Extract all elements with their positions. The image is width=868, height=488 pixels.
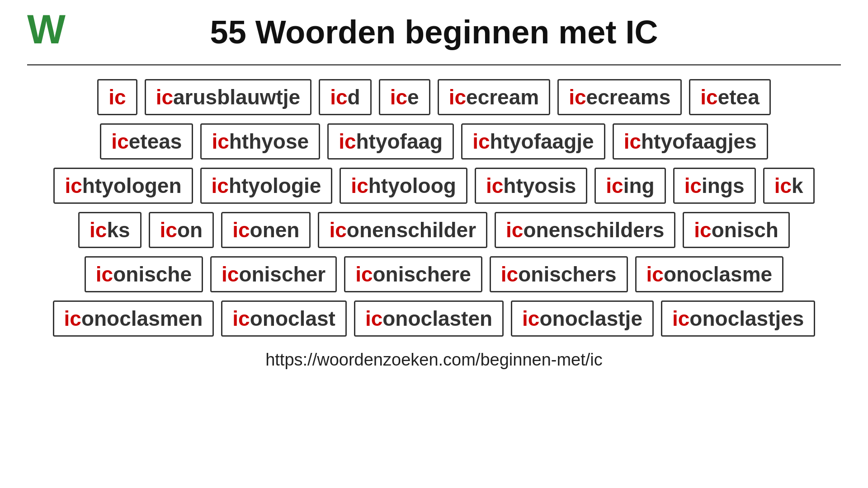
- word-prefix: ic: [449, 85, 466, 109]
- word-box-5-4[interactable]: iconoclastjes: [661, 300, 815, 337]
- word-box-5-2[interactable]: iconoclasten: [354, 300, 504, 337]
- word-prefix: ic: [232, 218, 250, 242]
- word-prefix: ic: [90, 218, 107, 242]
- word-suffix: htyologie: [229, 174, 321, 198]
- word-prefix: ic: [355, 262, 373, 286]
- word-suffix: onenschilders: [523, 218, 664, 242]
- word-prefix: ic: [472, 129, 490, 154]
- word-suffix: htyosis: [503, 174, 576, 198]
- word-row-3: icksiconiconeniconenschildericonenschild…: [78, 212, 790, 248]
- word-box-0-5[interactable]: icecreams: [557, 79, 682, 115]
- word-suffix: onische: [113, 262, 192, 286]
- words-container: icicarusblauwtjeicdiceicecreamicecreamsi…: [27, 79, 841, 337]
- word-box-0-1[interactable]: icarusblauwtje: [145, 79, 312, 115]
- word-box-2-2[interactable]: ichtyoloog: [340, 168, 467, 204]
- word-suffix: etea: [718, 85, 760, 109]
- word-box-5-3[interactable]: iconoclastje: [511, 300, 654, 337]
- word-suffix: htyoloog: [368, 174, 456, 198]
- word-box-3-5[interactable]: iconisch: [683, 212, 790, 248]
- word-row-5: iconoclasmeniconoclasticonoclasteniconoc…: [53, 300, 816, 337]
- word-prefix: ic: [212, 174, 229, 198]
- word-suffix: ks: [107, 218, 130, 242]
- word-prefix: ic: [330, 85, 347, 109]
- word-suffix: htyofaagje: [490, 129, 594, 154]
- word-prefix: ic: [212, 129, 229, 154]
- word-row-2: ichtyologenichtyologieichtyoloogichtyosi…: [53, 168, 814, 204]
- footer-url: https://woordenzoeken.com/beginnen-met/i…: [265, 350, 603, 370]
- word-box-0-6[interactable]: icetea: [689, 79, 770, 115]
- word-prefix: ic: [111, 129, 128, 154]
- word-row-4: iconischeiconischericonischereiconischer…: [85, 256, 783, 292]
- word-suffix: onoclast: [250, 306, 335, 331]
- word-box-0-0[interactable]: ic: [97, 79, 137, 115]
- word-suffix: onischere: [373, 262, 471, 286]
- word-suffix: onischers: [518, 262, 616, 286]
- word-box-4-2[interactable]: iconischere: [344, 256, 482, 292]
- word-suffix: onenschilder: [347, 218, 476, 242]
- word-prefix: ic: [522, 306, 539, 331]
- word-box-1-3[interactable]: ichtyofaagje: [461, 123, 605, 160]
- word-prefix: ic: [700, 85, 717, 109]
- word-prefix: ic: [684, 174, 702, 198]
- word-box-3-4[interactable]: iconenschilders: [495, 212, 675, 248]
- word-suffix: ing: [623, 174, 655, 198]
- word-suffix: on: [177, 218, 203, 242]
- word-suffix: htyologen: [82, 174, 182, 198]
- word-box-3-0[interactable]: icks: [78, 212, 142, 248]
- word-prefix: ic: [501, 262, 518, 286]
- word-suffix: ings: [702, 174, 745, 198]
- word-box-1-0[interactable]: iceteas: [100, 123, 193, 160]
- word-suffix: onoclasme: [664, 262, 772, 286]
- word-box-3-3[interactable]: iconenschilder: [318, 212, 487, 248]
- word-box-2-5[interactable]: icings: [673, 168, 756, 204]
- word-prefix: ic: [232, 306, 250, 331]
- word-prefix: ic: [365, 306, 382, 331]
- word-box-4-3[interactable]: iconischers: [490, 256, 628, 292]
- word-box-0-3[interactable]: ice: [379, 79, 430, 115]
- word-suffix: onoclastjes: [689, 306, 804, 331]
- word-box-5-1[interactable]: iconoclast: [221, 300, 347, 337]
- word-suffix: onisch: [712, 218, 778, 242]
- word-box-5-0[interactable]: iconoclasmen: [53, 300, 214, 337]
- word-suffix: htyofaagjes: [641, 129, 757, 154]
- word-box-2-0[interactable]: ichtyologen: [53, 168, 193, 204]
- word-box-2-6[interactable]: ick: [763, 168, 815, 204]
- word-prefix: ic: [64, 306, 81, 331]
- word-prefix: ic: [222, 262, 239, 286]
- word-box-2-4[interactable]: icing: [594, 168, 665, 204]
- word-prefix: ic: [606, 174, 623, 198]
- word-suffix: htyofaag: [356, 129, 443, 154]
- word-prefix: ic: [339, 129, 356, 154]
- word-prefix: ic: [506, 218, 523, 242]
- page-title: 55 Woorden beginnen met IC: [210, 14, 658, 51]
- word-box-1-2[interactable]: ichtyofaag: [327, 123, 454, 160]
- word-prefix: ic: [156, 85, 173, 109]
- word-prefix: ic: [65, 174, 82, 198]
- word-prefix: ic: [486, 174, 503, 198]
- word-box-4-1[interactable]: iconischer: [210, 256, 337, 292]
- word-box-3-2[interactable]: iconen: [221, 212, 311, 248]
- word-prefix: ic: [672, 306, 689, 331]
- word-box-0-2[interactable]: icd: [319, 79, 371, 115]
- word-prefix: ic: [694, 218, 711, 242]
- header-divider: [27, 64, 841, 66]
- word-box-3-1[interactable]: icon: [149, 212, 214, 248]
- word-prefix: ic: [96, 262, 113, 286]
- word-suffix: e: [407, 85, 419, 109]
- word-box-1-1[interactable]: ichthyose: [200, 123, 320, 160]
- word-prefix: ic: [390, 85, 407, 109]
- word-suffix: onoclastje: [539, 306, 642, 331]
- word-prefix: ic: [160, 218, 177, 242]
- word-box-4-4[interactable]: iconoclasme: [635, 256, 784, 292]
- word-prefix: ic: [774, 174, 792, 198]
- word-box-2-3[interactable]: ichtyosis: [475, 168, 587, 204]
- word-suffix: hthyose: [229, 129, 309, 154]
- word-box-2-1[interactable]: ichtyologie: [200, 168, 333, 204]
- word-box-1-4[interactable]: ichtyofaagjes: [613, 123, 768, 160]
- word-box-0-4[interactable]: icecream: [438, 79, 551, 115]
- word-suffix: ecream: [466, 85, 539, 109]
- word-suffix: onoclasten: [382, 306, 492, 331]
- page-header: W 55 Woorden beginnen met IC: [0, 0, 868, 60]
- word-suffix: onischer: [239, 262, 326, 286]
- word-box-4-0[interactable]: iconische: [85, 256, 203, 292]
